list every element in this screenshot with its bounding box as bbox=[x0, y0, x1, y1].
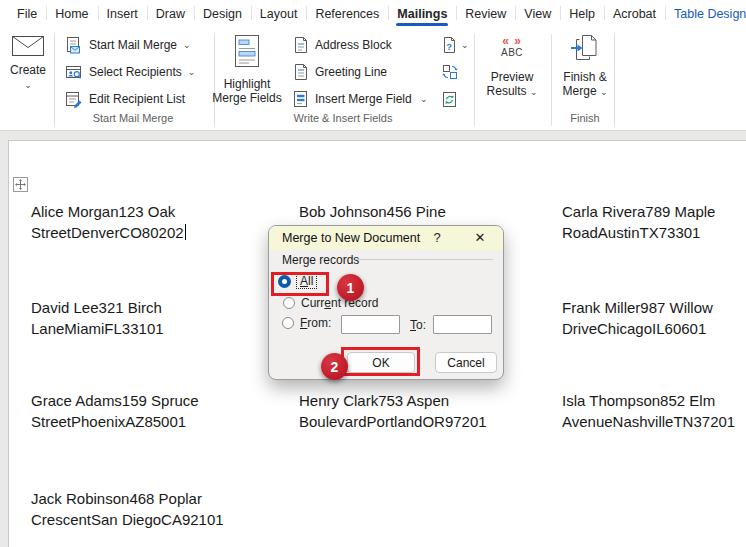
highlight-merge-fields-button[interactable]: Highlight Merge Fields bbox=[212, 34, 282, 105]
insert-merge-field-button[interactable]: Insert Merge Field bbox=[292, 88, 412, 110]
tab-help[interactable]: Help bbox=[560, 0, 604, 27]
groupbox-line bbox=[355, 259, 493, 260]
group-separator bbox=[474, 34, 475, 126]
tab-review[interactable]: Review bbox=[456, 0, 515, 27]
label-cell-david[interactable]: David Lee321 Birch LaneMiamiFL33101 bbox=[31, 297, 164, 339]
select-recipients-icon bbox=[64, 63, 83, 82]
insert-merge-field-icon bbox=[292, 90, 309, 109]
group-separator bbox=[614, 34, 615, 126]
group-separator bbox=[551, 34, 552, 126]
envelope-icon bbox=[11, 35, 45, 57]
cancel-button[interactable]: Cancel bbox=[435, 352, 497, 373]
table-move-handle-icon[interactable] bbox=[13, 177, 28, 192]
annotation-marker-2: 2 bbox=[321, 353, 348, 380]
tab-table-design[interactable]: Table Design bbox=[665, 0, 746, 27]
tab-mailings[interactable]: Mailings bbox=[388, 0, 456, 27]
dialog-title: Merge to New Document bbox=[282, 231, 420, 245]
label-cell-frank[interactable]: Frank Miller987 Willow DriveChicagoIL606… bbox=[562, 297, 713, 339]
tab-design[interactable]: Design bbox=[194, 0, 251, 27]
label-cell-carla[interactable]: Carla Rivera789 Maple RoadAustinTX73301 bbox=[562, 201, 715, 243]
update-labels-icon bbox=[441, 90, 458, 109]
label-cell-henry[interactable]: Henry Clark753 Aspen BoulevardPortlandOR… bbox=[299, 390, 487, 432]
match-fields-icon bbox=[441, 63, 459, 81]
insert-merge-field-dropdown[interactable]: ⌄ bbox=[420, 95, 428, 104]
tab-references[interactable]: References bbox=[306, 0, 388, 27]
dialog-close-button[interactable]: ✕ bbox=[467, 226, 493, 250]
annotation-marker-1: 1 bbox=[337, 274, 364, 301]
tab-home[interactable]: Home bbox=[46, 0, 97, 27]
to-label: To: bbox=[410, 318, 426, 332]
word-window: File Home Insert Draw Design Layout Refe… bbox=[0, 0, 746, 547]
greeting-line-button[interactable]: Greeting Line bbox=[292, 61, 387, 83]
edit-recipient-list-button[interactable]: Edit Recipient List bbox=[64, 88, 185, 110]
label-cell-jack[interactable]: Jack Robinson468 Poplar CrescentSan Dieg… bbox=[31, 488, 224, 530]
mailings-ribbon: Create ⌄ Start Mail Merge ⌄ bbox=[0, 27, 746, 131]
greeting-line-icon bbox=[292, 63, 309, 82]
update-labels-button[interactable] bbox=[441, 90, 458, 109]
chevron-down-icon: ⌄ bbox=[183, 41, 191, 50]
chevron-down-icon: ⌄ bbox=[600, 87, 608, 97]
finish-merge-button[interactable]: Finish & Merge ⌄ bbox=[556, 34, 614, 98]
highlight-merge-fields-icon bbox=[230, 34, 264, 74]
create-button[interactable]: Create ⌄ bbox=[7, 35, 49, 90]
group-separator bbox=[54, 34, 55, 126]
from-label: From: bbox=[300, 316, 331, 330]
group-caption-finish: Finish bbox=[570, 112, 599, 124]
tab-file[interactable]: File bbox=[8, 0, 46, 27]
radio-current-label: Current record bbox=[301, 296, 378, 310]
text-cursor bbox=[185, 224, 186, 240]
start-mail-merge-button[interactable]: Start Mail Merge ⌄ bbox=[64, 34, 191, 56]
group-caption-write-insert: Write & Insert Fields bbox=[294, 112, 393, 124]
chevron-down-icon: ⌄ bbox=[461, 41, 469, 50]
chevron-down-icon: ⌄ bbox=[530, 87, 538, 97]
preview-results-button[interactable]: « » ABC Preview Results ⌄ bbox=[481, 36, 543, 98]
address-block-button[interactable]: Address Block bbox=[292, 34, 392, 56]
address-block-icon bbox=[292, 36, 309, 55]
select-recipients-button[interactable]: Select Recipients ⌄ bbox=[64, 61, 195, 83]
tab-acrobat[interactable]: Acrobat bbox=[604, 0, 665, 27]
from-input[interactable] bbox=[341, 315, 400, 334]
finish-merge-icon bbox=[570, 34, 600, 66]
tab-insert[interactable]: Insert bbox=[98, 0, 147, 27]
group-caption-start-mail-merge: Start Mail Merge bbox=[93, 112, 174, 124]
chevron-down-icon: ⌄ bbox=[188, 68, 196, 77]
radio-current-record-option[interactable]: Current record bbox=[283, 296, 378, 310]
svg-text:?: ? bbox=[446, 41, 452, 52]
ribbon-tab-bar: File Home Insert Draw Design Layout Refe… bbox=[0, 0, 746, 27]
match-fields-button[interactable] bbox=[441, 63, 459, 81]
edit-recipient-list-icon bbox=[64, 90, 83, 109]
radio-unselected-icon bbox=[283, 297, 295, 309]
radio-unselected-icon bbox=[282, 317, 294, 329]
chevron-down-icon: ⌄ bbox=[24, 81, 32, 90]
label-cell-bob[interactable]: Bob Johnson456 Pine bbox=[299, 201, 446, 222]
radio-from-option[interactable]: From: bbox=[282, 316, 331, 330]
rules-button[interactable]: ? ⌄ bbox=[441, 36, 469, 55]
dialog-help-button[interactable]: ? bbox=[427, 226, 447, 250]
preview-results-icon: « » ABC bbox=[501, 36, 523, 58]
annotation-box-all-radio bbox=[271, 272, 329, 296]
tab-draw[interactable]: Draw bbox=[147, 0, 194, 27]
start-mail-merge-icon bbox=[64, 36, 83, 55]
label-cell-alice[interactable]: Alice Morgan123 Oak StreetDenverCO80202 bbox=[31, 201, 186, 243]
to-input[interactable] bbox=[433, 315, 492, 334]
tab-layout[interactable]: Layout bbox=[251, 0, 307, 27]
annotation-box-ok-button bbox=[341, 347, 420, 376]
merge-records-group-label: Merge records bbox=[282, 253, 359, 267]
rules-icon: ? bbox=[441, 36, 458, 55]
label-cell-grace[interactable]: Grace Adams159 Spruce StreetPhoenixAZ850… bbox=[31, 390, 199, 432]
tab-view[interactable]: View bbox=[515, 0, 560, 27]
label-cell-isla[interactable]: Isla Thompson852 Elm AvenueNashvilleTN37… bbox=[562, 390, 735, 432]
